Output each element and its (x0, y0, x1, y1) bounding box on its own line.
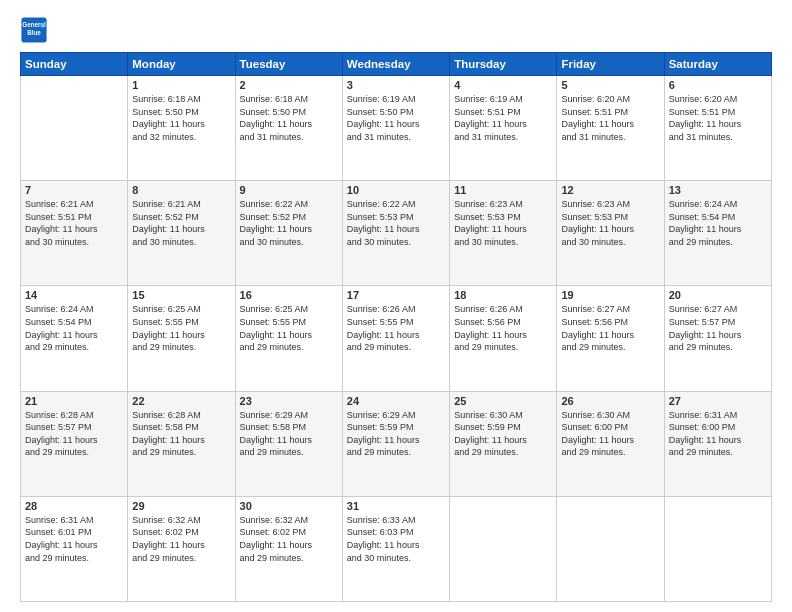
cell-info: Sunrise: 6:30 AMSunset: 5:59 PMDaylight:… (454, 409, 552, 459)
daylight: Daylight: 11 hoursand 29 minutes. (669, 435, 742, 458)
sunrise: Sunrise: 6:21 AM (132, 199, 201, 209)
daylight: Daylight: 11 hoursand 29 minutes. (454, 330, 527, 353)
sunset: Sunset: 5:56 PM (454, 317, 521, 327)
sunset: Sunset: 5:52 PM (240, 212, 307, 222)
day-number: 22 (132, 395, 230, 407)
calendar-cell: 23Sunrise: 6:29 AMSunset: 5:58 PMDayligh… (235, 391, 342, 496)
daylight: Daylight: 11 hoursand 31 minutes. (454, 119, 527, 142)
daylight: Daylight: 11 hoursand 29 minutes. (25, 540, 98, 563)
daylight: Daylight: 11 hoursand 30 minutes. (454, 224, 527, 247)
cell-info: Sunrise: 6:27 AMSunset: 5:57 PMDaylight:… (669, 303, 767, 353)
cell-info: Sunrise: 6:21 AMSunset: 5:51 PMDaylight:… (25, 198, 123, 248)
calendar-cell: 24Sunrise: 6:29 AMSunset: 5:59 PMDayligh… (342, 391, 449, 496)
sunset: Sunset: 6:02 PM (240, 527, 307, 537)
cell-info: Sunrise: 6:26 AMSunset: 5:56 PMDaylight:… (454, 303, 552, 353)
cell-info: Sunrise: 6:24 AMSunset: 5:54 PMDaylight:… (669, 198, 767, 248)
calendar-cell: 20Sunrise: 6:27 AMSunset: 5:57 PMDayligh… (664, 286, 771, 391)
calendar-cell: 27Sunrise: 6:31 AMSunset: 6:00 PMDayligh… (664, 391, 771, 496)
cell-info: Sunrise: 6:29 AMSunset: 5:58 PMDaylight:… (240, 409, 338, 459)
calendar-cell: 31Sunrise: 6:33 AMSunset: 6:03 PMDayligh… (342, 496, 449, 601)
cell-info: Sunrise: 6:18 AMSunset: 5:50 PMDaylight:… (132, 93, 230, 143)
daylight: Daylight: 11 hoursand 29 minutes. (561, 435, 634, 458)
sunrise: Sunrise: 6:26 AM (454, 304, 523, 314)
calendar-cell: 30Sunrise: 6:32 AMSunset: 6:02 PMDayligh… (235, 496, 342, 601)
cell-info: Sunrise: 6:25 AMSunset: 5:55 PMDaylight:… (132, 303, 230, 353)
daylight: Daylight: 11 hoursand 29 minutes. (25, 435, 98, 458)
sunrise: Sunrise: 6:27 AM (561, 304, 630, 314)
sunset: Sunset: 5:54 PM (25, 317, 92, 327)
sunset: Sunset: 5:50 PM (240, 107, 307, 117)
cell-info: Sunrise: 6:32 AMSunset: 6:02 PMDaylight:… (132, 514, 230, 564)
header-day: Monday (128, 53, 235, 76)
day-number: 11 (454, 184, 552, 196)
day-number: 24 (347, 395, 445, 407)
logo: General Blue (20, 16, 50, 44)
sunrise: Sunrise: 6:29 AM (347, 410, 416, 420)
daylight: Daylight: 11 hoursand 30 minutes. (561, 224, 634, 247)
daylight: Daylight: 11 hoursand 29 minutes. (561, 330, 634, 353)
sunset: Sunset: 5:50 PM (347, 107, 414, 117)
sunrise: Sunrise: 6:28 AM (25, 410, 94, 420)
calendar-cell (664, 496, 771, 601)
sunrise: Sunrise: 6:19 AM (454, 94, 523, 104)
day-number: 16 (240, 289, 338, 301)
calendar-week-row: 21Sunrise: 6:28 AMSunset: 5:57 PMDayligh… (21, 391, 772, 496)
cell-info: Sunrise: 6:22 AMSunset: 5:53 PMDaylight:… (347, 198, 445, 248)
daylight: Daylight: 11 hoursand 29 minutes. (347, 330, 420, 353)
day-number: 10 (347, 184, 445, 196)
calendar-cell: 4Sunrise: 6:19 AMSunset: 5:51 PMDaylight… (450, 76, 557, 181)
sunset: Sunset: 6:00 PM (561, 422, 628, 432)
calendar-cell: 21Sunrise: 6:28 AMSunset: 5:57 PMDayligh… (21, 391, 128, 496)
calendar-cell: 3Sunrise: 6:19 AMSunset: 5:50 PMDaylight… (342, 76, 449, 181)
sunrise: Sunrise: 6:22 AM (240, 199, 309, 209)
sunset: Sunset: 6:01 PM (25, 527, 92, 537)
day-number: 8 (132, 184, 230, 196)
day-number: 4 (454, 79, 552, 91)
logo-icon: General Blue (20, 16, 48, 44)
calendar-week-row: 7Sunrise: 6:21 AMSunset: 5:51 PMDaylight… (21, 181, 772, 286)
sunrise: Sunrise: 6:26 AM (347, 304, 416, 314)
sunset: Sunset: 5:53 PM (561, 212, 628, 222)
day-number: 5 (561, 79, 659, 91)
calendar-cell: 1Sunrise: 6:18 AMSunset: 5:50 PMDaylight… (128, 76, 235, 181)
sunrise: Sunrise: 6:30 AM (454, 410, 523, 420)
sunset: Sunset: 5:51 PM (454, 107, 521, 117)
daylight: Daylight: 11 hoursand 29 minutes. (347, 435, 420, 458)
calendar-cell: 9Sunrise: 6:22 AMSunset: 5:52 PMDaylight… (235, 181, 342, 286)
sunrise: Sunrise: 6:18 AM (132, 94, 201, 104)
daylight: Daylight: 11 hoursand 29 minutes. (454, 435, 527, 458)
sunrise: Sunrise: 6:20 AM (669, 94, 738, 104)
day-number: 25 (454, 395, 552, 407)
cell-info: Sunrise: 6:24 AMSunset: 5:54 PMDaylight:… (25, 303, 123, 353)
day-number: 9 (240, 184, 338, 196)
day-number: 29 (132, 500, 230, 512)
daylight: Daylight: 11 hoursand 31 minutes. (347, 119, 420, 142)
sunrise: Sunrise: 6:32 AM (132, 515, 201, 525)
sunrise: Sunrise: 6:28 AM (132, 410, 201, 420)
sunset: Sunset: 5:51 PM (561, 107, 628, 117)
calendar-cell: 10Sunrise: 6:22 AMSunset: 5:53 PMDayligh… (342, 181, 449, 286)
cell-info: Sunrise: 6:27 AMSunset: 5:56 PMDaylight:… (561, 303, 659, 353)
daylight: Daylight: 11 hoursand 29 minutes. (240, 435, 313, 458)
calendar-cell: 28Sunrise: 6:31 AMSunset: 6:01 PMDayligh… (21, 496, 128, 601)
sunset: Sunset: 5:55 PM (132, 317, 199, 327)
calendar-cell: 14Sunrise: 6:24 AMSunset: 5:54 PMDayligh… (21, 286, 128, 391)
day-number: 23 (240, 395, 338, 407)
day-number: 20 (669, 289, 767, 301)
sunrise: Sunrise: 6:22 AM (347, 199, 416, 209)
daylight: Daylight: 11 hoursand 30 minutes. (132, 224, 205, 247)
sunset: Sunset: 6:02 PM (132, 527, 199, 537)
sunset: Sunset: 5:53 PM (347, 212, 414, 222)
daylight: Daylight: 11 hoursand 29 minutes. (132, 330, 205, 353)
cell-info: Sunrise: 6:29 AMSunset: 5:59 PMDaylight:… (347, 409, 445, 459)
sunset: Sunset: 5:57 PM (25, 422, 92, 432)
calendar-cell (450, 496, 557, 601)
sunrise: Sunrise: 6:33 AM (347, 515, 416, 525)
cell-info: Sunrise: 6:23 AMSunset: 5:53 PMDaylight:… (454, 198, 552, 248)
daylight: Daylight: 11 hoursand 29 minutes. (240, 330, 313, 353)
cell-info: Sunrise: 6:30 AMSunset: 6:00 PMDaylight:… (561, 409, 659, 459)
calendar-cell: 2Sunrise: 6:18 AMSunset: 5:50 PMDaylight… (235, 76, 342, 181)
page: General Blue SundayMondayTuesdayWednesda… (0, 0, 792, 612)
sunrise: Sunrise: 6:24 AM (25, 304, 94, 314)
day-number: 31 (347, 500, 445, 512)
